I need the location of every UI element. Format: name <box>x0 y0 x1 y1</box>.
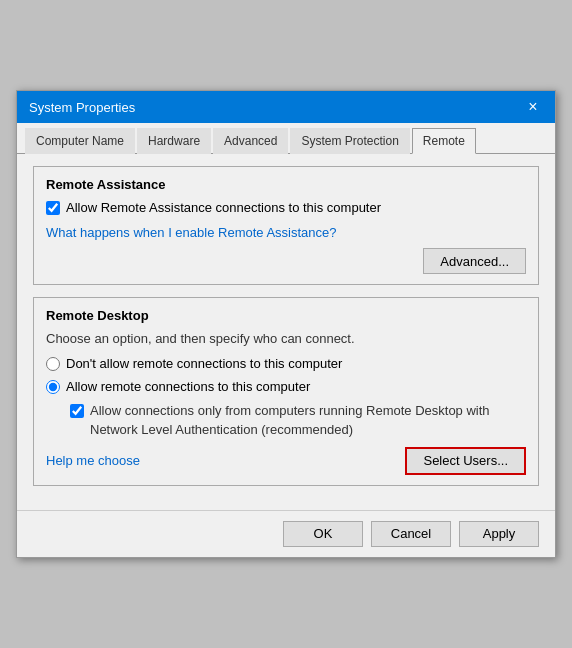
allow-remote-connections-row: Allow remote connections to this compute… <box>46 379 526 394</box>
remote-desktop-bottom: Help me choose Select Users... <box>46 447 526 475</box>
cancel-button[interactable]: Cancel <box>371 521 451 547</box>
allow-remote-assistance-label: Allow Remote Assistance connections to t… <box>66 200 381 215</box>
nla-checkbox-row: Allow connections only from computers ru… <box>70 402 526 438</box>
no-remote-connections-radio[interactable] <box>46 357 60 371</box>
close-button[interactable]: × <box>523 97 543 117</box>
remote-desktop-section: Remote Desktop Choose an option, and the… <box>33 297 539 485</box>
advanced-button-row: Advanced... <box>46 248 526 274</box>
remote-assistance-title: Remote Assistance <box>46 177 526 192</box>
allow-remote-connections-radio[interactable] <box>46 380 60 394</box>
tab-computer-name[interactable]: Computer Name <box>25 128 135 154</box>
allow-remote-assistance-checkbox[interactable] <box>46 201 60 215</box>
tab-system-protection[interactable]: System Protection <box>290 128 409 154</box>
footer: OK Cancel Apply <box>17 510 555 557</box>
help-me-choose-link[interactable]: Help me choose <box>46 453 140 468</box>
remote-assistance-help-link[interactable]: What happens when I enable Remote Assist… <box>46 225 337 240</box>
nla-label: Allow connections only from computers ru… <box>90 402 526 438</box>
no-remote-connections-label: Don't allow remote connections to this c… <box>66 356 342 371</box>
remote-desktop-description: Choose an option, and then specify who c… <box>46 331 526 346</box>
title-bar: System Properties × <box>17 91 555 123</box>
allow-remote-connections-label: Allow remote connections to this compute… <box>66 379 310 394</box>
remote-desktop-title: Remote Desktop <box>46 308 526 323</box>
tab-advanced[interactable]: Advanced <box>213 128 288 154</box>
nla-checkbox[interactable] <box>70 404 84 418</box>
select-users-button[interactable]: Select Users... <box>405 447 526 475</box>
allow-remote-assistance-row: Allow Remote Assistance connections to t… <box>46 200 526 215</box>
tab-remote[interactable]: Remote <box>412 128 476 154</box>
ok-button[interactable]: OK <box>283 521 363 547</box>
advanced-button[interactable]: Advanced... <box>423 248 526 274</box>
remote-assistance-section: Remote Assistance Allow Remote Assistanc… <box>33 166 539 285</box>
no-remote-connections-row: Don't allow remote connections to this c… <box>46 356 526 371</box>
content-area: Remote Assistance Allow Remote Assistanc… <box>17 154 555 509</box>
system-properties-window: System Properties × Computer Name Hardwa… <box>16 90 556 557</box>
tab-bar: Computer Name Hardware Advanced System P… <box>17 123 555 154</box>
apply-button[interactable]: Apply <box>459 521 539 547</box>
window-title: System Properties <box>29 100 135 115</box>
tab-hardware[interactable]: Hardware <box>137 128 211 154</box>
